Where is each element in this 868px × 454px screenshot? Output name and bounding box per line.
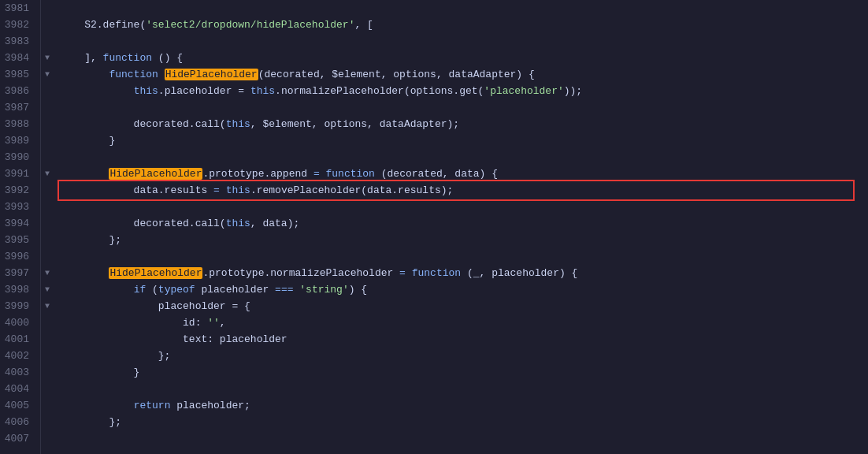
code-line xyxy=(60,99,868,116)
code-line xyxy=(60,381,868,397)
line-number: 4007 xyxy=(0,430,34,447)
fold-marker xyxy=(41,17,54,33)
code-line: ], function () { xyxy=(60,50,868,66)
fold-marker xyxy=(41,149,54,166)
code-line: if (typeof placeholder === 'string') { xyxy=(60,281,868,298)
line-number: 3985 xyxy=(0,66,34,83)
fold-marker xyxy=(41,182,54,199)
line-number: 3992 xyxy=(0,182,34,199)
line-number: 3982 xyxy=(0,17,34,33)
code-line: S2.define('select2/dropdown/hidePlacehol… xyxy=(60,17,868,33)
code-line xyxy=(60,0,868,17)
fold-marker xyxy=(41,215,54,232)
line-number: 4006 xyxy=(0,414,34,430)
fold-marker xyxy=(41,116,54,132)
fold-marker[interactable]: ▼ xyxy=(41,265,54,281)
line-number: 4003 xyxy=(0,364,34,381)
code-line: placeholder = { xyxy=(60,298,868,314)
fold-marker xyxy=(41,430,54,447)
line-number: 3990 xyxy=(0,149,34,166)
fold-marker[interactable]: ▼ xyxy=(41,298,54,314)
fold-marker xyxy=(41,348,54,364)
line-number: 3994 xyxy=(0,215,34,232)
line-number: 4004 xyxy=(0,381,34,397)
code-line xyxy=(60,430,868,447)
fold-gutter[interactable]: ▼▼▼▼▼▼ xyxy=(41,0,54,454)
fold-marker[interactable]: ▼ xyxy=(41,281,54,298)
code-line xyxy=(60,199,868,215)
fold-marker xyxy=(41,99,54,116)
line-number: 3983 xyxy=(0,33,34,50)
code-line: return placeholder; xyxy=(60,397,868,414)
code-line xyxy=(60,33,868,50)
code-editor: 3981398239833984398539863987398839893990… xyxy=(0,0,868,454)
line-number: 3987 xyxy=(0,99,34,116)
code-line: this.placeholder = this.normalizePlaceho… xyxy=(60,83,868,99)
code-line: data.results = this.removePlaceholder(da… xyxy=(60,182,852,199)
fold-marker xyxy=(41,248,54,265)
code-line: decorated.call(this, data); xyxy=(60,215,868,232)
line-number: 3997 xyxy=(0,265,34,281)
line-number: 3999 xyxy=(0,298,34,314)
code-line: } xyxy=(60,364,868,381)
fold-marker xyxy=(41,397,54,414)
code-line: } xyxy=(60,132,868,149)
fold-marker xyxy=(41,83,54,99)
line-number: 3995 xyxy=(0,232,34,248)
line-number: 3996 xyxy=(0,248,34,265)
line-number: 3991 xyxy=(0,166,34,182)
code-line: function HidePlaceholder(decorated, $ele… xyxy=(60,66,868,83)
code-line xyxy=(60,149,868,166)
code-line: decorated.call(this, $element, options, … xyxy=(60,116,868,132)
fold-marker xyxy=(41,331,54,348)
fold-marker[interactable]: ▼ xyxy=(41,50,54,66)
code-line: }; xyxy=(60,232,868,248)
fold-marker xyxy=(41,364,54,381)
fold-marker xyxy=(41,199,54,215)
fold-marker xyxy=(41,414,54,430)
line-number: 4005 xyxy=(0,397,34,414)
line-number: 3993 xyxy=(0,199,34,215)
line-number: 3988 xyxy=(0,116,34,132)
fold-marker xyxy=(41,381,54,397)
code-line: HidePlaceholder.prototype.append = funct… xyxy=(60,166,868,182)
fold-marker xyxy=(41,132,54,149)
code-line xyxy=(60,248,868,265)
code-line: HidePlaceholder.prototype.normalizePlace… xyxy=(60,265,868,281)
code-line: text: placeholder xyxy=(60,331,868,348)
line-number: 4002 xyxy=(0,348,34,364)
fold-marker xyxy=(41,314,54,331)
fold-marker[interactable]: ▼ xyxy=(41,166,54,182)
fold-marker xyxy=(41,0,54,17)
line-numbers: 3981398239833984398539863987398839893990… xyxy=(0,0,41,454)
code-content: S2.define('select2/dropdown/hidePlacehol… xyxy=(54,0,868,454)
fold-marker[interactable]: ▼ xyxy=(41,66,54,83)
code-line: }; xyxy=(60,348,868,364)
line-number: 3981 xyxy=(0,0,34,17)
line-number: 3998 xyxy=(0,281,34,298)
code-line: }; xyxy=(60,414,868,430)
code-line: id: '', xyxy=(60,314,868,331)
line-number: 3986 xyxy=(0,83,34,99)
line-number: 3989 xyxy=(0,132,34,149)
line-number: 4000 xyxy=(0,314,34,331)
line-number: 3984 xyxy=(0,50,34,66)
line-number: 4001 xyxy=(0,331,34,348)
fold-marker xyxy=(41,33,54,50)
fold-marker xyxy=(41,232,54,248)
